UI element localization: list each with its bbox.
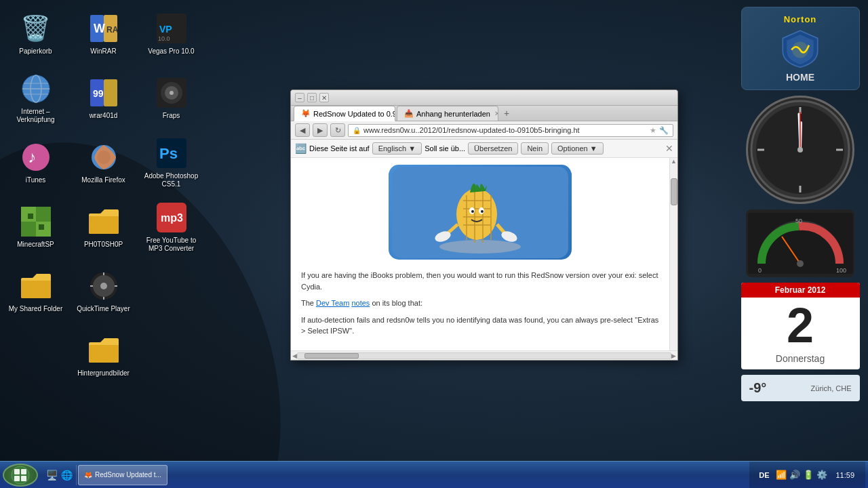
battery-icon[interactable]: 🔋	[803, 470, 814, 480]
svg-point-69	[471, 210, 474, 213]
svg-rect-13	[104, 79, 117, 106]
taskbar-clock[interactable]: 11:59	[830, 471, 860, 479]
right-sidebar: Norton HOME	[732, 0, 868, 461]
forward-button[interactable]: ▶	[313, 123, 328, 137]
network-icon[interactable]: 📶	[776, 470, 787, 480]
desktop-icon-label: Papierkorb	[19, 47, 52, 56]
svg-text:10.0: 10.0	[158, 35, 170, 42]
desktop-icon-firefox[interactable]: Mozilla Firefox	[71, 132, 136, 193]
internet-icon	[20, 73, 52, 105]
bookmark-icon[interactable]: ★	[650, 126, 656, 135]
options-dropdown-button[interactable]: Optionen ▼	[551, 142, 604, 155]
reload-button[interactable]: ↻	[330, 123, 345, 137]
quick-launch: 🖥️ 🌐	[42, 465, 77, 485]
calendar-month: Februar 2012	[741, 283, 860, 298]
hscroll-track[interactable]	[297, 352, 671, 359]
tab-download[interactable]: 📥 Anhang herunterladen ✕	[397, 106, 498, 121]
desktop-icon-label: My Shared Folder	[9, 305, 62, 313]
translate-flag-icon: 🔤	[295, 143, 307, 154]
desktop-icon-internet[interactable]: Internet – Verknüpfung	[3, 68, 68, 129]
address-bar[interactable]: 🔒 www.redsn0w.u..2012/01/redsnow-updated…	[348, 124, 673, 137]
winrar-icon: W RA	[87, 12, 120, 45]
desktop-icon-winrar[interactable]: W RA WinRAR	[71, 3, 136, 64]
minimize-button[interactable]: –	[295, 93, 304, 102]
desktop-icon-fraps[interactable]: Fraps	[139, 68, 203, 129]
browser-content: If you are having the iBooks problem, th…	[291, 158, 677, 350]
svg-text:99: 99	[93, 88, 104, 99]
svg-point-34	[100, 283, 107, 289]
horizontal-scrollbar[interactable]: ◀ ▶	[291, 350, 677, 360]
wrar-icon: 99	[87, 77, 120, 109]
back-button[interactable]: ◀	[295, 123, 310, 137]
start-button[interactable]	[3, 464, 38, 487]
translate-text: Diese Seite ist auf	[309, 144, 370, 152]
ph0t0sh0p-folder-icon	[87, 205, 120, 238]
desktop-icon-label: MinecraftSP	[17, 241, 54, 249]
desktop-icon-itunes[interactable]: ♪ iTunes	[3, 132, 68, 193]
desktop-icon-label: Adobe Photoshop CS5.1	[142, 172, 200, 188]
dev-team-link[interactable]: Dev Team	[316, 299, 349, 307]
notes-link[interactable]: notes	[351, 299, 370, 307]
svg-point-70	[481, 210, 484, 213]
desktop-icon-label: PH0T0SH0P	[84, 241, 123, 249]
desktop-icon-label: Free YouTube to MP3 Converter	[142, 237, 200, 253]
weather-temp: -9°	[749, 380, 767, 396]
desktop-icon-minecraft[interactable]: MinecraftSP	[3, 197, 68, 258]
svg-rect-77	[21, 469, 26, 474]
close-button[interactable]: ✕	[319, 93, 329, 102]
address-text: www.redsn0w.u..2012/01/redsnow-updated-t…	[363, 126, 647, 134]
desktop-icon-papierkorb[interactable]: 🗑️ Papierkorb	[3, 3, 68, 64]
desktop-icon-ph0t0sh0p[interactable]: PH0T0SH0P	[71, 197, 136, 258]
scroll-thumb[interactable]	[671, 178, 677, 205]
tools-icon[interactable]: 🔧	[659, 126, 669, 135]
scroll-right-button[interactable]: ▶	[671, 352, 676, 359]
tab-favicon: 🦊	[301, 109, 311, 118]
tab-close-button2[interactable]: ✕	[494, 110, 498, 117]
scroll-left-button[interactable]: ◀	[292, 352, 297, 359]
tab-label: RedSnow Updated to 0.9.10	[313, 110, 395, 118]
translate-question: Soll sie üb...	[425, 144, 465, 152]
desktop-icon-vegas[interactable]: VP 10.0 Vegas Pro 10.0	[139, 3, 203, 64]
calendar-widget[interactable]: Februar 2012 2 Donnerstag	[741, 283, 860, 369]
svg-point-19	[22, 144, 50, 171]
desktop-icon-photoshop[interactable]: Ps Adobe Photoshop CS5.1	[139, 132, 203, 193]
quick-desktop-icon[interactable]: 🖥️	[45, 468, 58, 482]
weather-widget[interactable]: -9° Zürich, CHE	[741, 375, 860, 401]
hscroll-thumb[interactable]	[304, 353, 359, 359]
translate-button[interactable]: Übersetzen	[468, 142, 518, 155]
svg-text:mp3: mp3	[161, 212, 183, 224]
desktop-icon-quicktime[interactable]: QuickTime Player	[71, 261, 136, 322]
desktop-icon-label: Fraps	[163, 112, 180, 120]
quick-browser-icon[interactable]: 🌐	[60, 468, 73, 482]
norton-shield-icon	[780, 28, 821, 68]
volume-icon[interactable]: 🔊	[789, 470, 800, 480]
svg-point-52	[797, 260, 804, 267]
weather-location: Zürich, CHE	[811, 384, 852, 392]
new-tab-button[interactable]: +	[500, 106, 513, 121]
no-translate-button[interactable]: Nein	[521, 142, 549, 155]
desktop-icon-hintergrund[interactable]: Hintergrundbilder	[71, 325, 136, 386]
svg-text:50: 50	[795, 218, 802, 224]
desktop-icon-label: WinRAR	[90, 47, 116, 56]
shared-folder-icon	[20, 270, 52, 302]
photoshop-icon: Ps	[155, 137, 188, 169]
desktop-icon-mp3[interactable]: mp3 Free YouTube to MP3 Converter	[139, 197, 203, 258]
language-indicator[interactable]: DE	[755, 471, 773, 479]
scroll-up-button[interactable]: ▲	[670, 158, 677, 165]
desktop-icon-shared-folder[interactable]: My Shared Folder	[3, 261, 68, 322]
translate-close-button[interactable]: ✕	[665, 143, 673, 154]
hintergrund-icon	[87, 334, 120, 367]
minecraft-icon	[20, 205, 52, 238]
other-tray-icon[interactable]: ⚙️	[816, 470, 827, 480]
lang-dropdown-button[interactable]: Englisch ▼	[372, 142, 422, 155]
task-label: RedSnow Updated t...	[95, 471, 161, 479]
body-text-1: If you are having the iBooks problem, th…	[301, 270, 659, 292]
desktop-icon-wrar[interactable]: 99 wrar401d	[71, 68, 136, 129]
desktop-icon-label: QuickTime Player	[77, 305, 130, 313]
norton-widget[interactable]: Norton HOME	[741, 7, 860, 90]
maximize-button[interactable]: □	[307, 93, 317, 102]
taskbar-task-redsnow[interactable]: 🦊 RedSnow Updated t...	[78, 465, 167, 485]
desktop-icon-label: Mozilla Firefox	[81, 176, 125, 184]
tab-redsnow[interactable]: 🦊 RedSnow Updated to 0.9.10 ✕	[294, 106, 395, 121]
vertical-scrollbar[interactable]: ▲	[669, 158, 677, 350]
